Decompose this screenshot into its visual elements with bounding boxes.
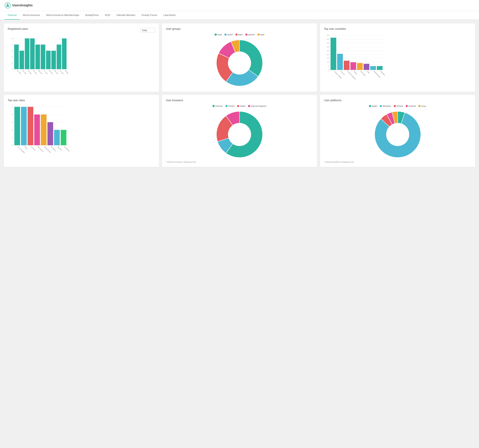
legend-dot-partner — [246, 34, 247, 36]
legend-chrome: Chrome — [213, 105, 223, 107]
legend-label-chrome: Chrome — [215, 105, 223, 107]
registered-users-card: Registered users Daily Weekly Monthly — [4, 23, 159, 92]
legend-label-active: active — [227, 33, 233, 36]
registered-users-header: Registered users Daily Weekly Monthly — [8, 27, 155, 33]
nav-learndash[interactable]: LearnDash — [160, 11, 179, 20]
legend-dot-windows — [380, 105, 382, 107]
legend-label-team: team — [238, 33, 243, 36]
top-countries-card: Top user countries — [320, 23, 475, 92]
browsers-note: * Detected browsers displayed only — [166, 161, 313, 163]
legend-ie: Internet Explorer — [248, 105, 266, 107]
user-platforms-title: User platforms — [324, 99, 471, 102]
legend-apple: Apple — [369, 105, 377, 107]
legend-loyal: loyal — [215, 33, 222, 36]
registered-users-chart — [8, 37, 155, 79]
legend-lead: lead — [258, 33, 264, 36]
header: UsersInsights — [0, 0, 479, 11]
legend-label-firefox: Firefox — [228, 105, 235, 107]
legend-active: active — [225, 33, 233, 36]
legend-windows: Windows — [380, 105, 391, 107]
logo: UsersInsights — [5, 2, 33, 8]
user-browsers-title: User browsers — [166, 99, 313, 102]
legend-linux: Linux — [419, 105, 426, 107]
legend-dot-ie — [248, 105, 250, 107]
nav-ultimate-member[interactable]: Ultimate Member — [113, 11, 139, 20]
legend-label-loyal: loyal — [217, 33, 222, 36]
nav-gravity-forms[interactable]: Gravity Forms — [139, 11, 160, 20]
legend-dot-android — [406, 105, 408, 107]
user-browsers-chart-container: Chrome Firefox Safari Internet Explorer — [166, 105, 313, 159]
top-countries-canvas — [324, 33, 385, 79]
user-browsers-legend: Chrome Firefox Safari Internet Explorer — [213, 105, 266, 107]
user-groups-chart-container: loyal active team partner lead — [166, 33, 313, 88]
user-platforms-chart-container: Apple Windows iPhone Android Linux — [324, 105, 471, 159]
legend-dot-safari — [237, 105, 239, 107]
top-cities-canvas — [8, 105, 69, 155]
legend-label-lead: lead — [260, 33, 264, 36]
logo-icon — [5, 2, 11, 8]
user-groups-title: User groups — [166, 27, 313, 30]
top-cities-card: Top user cities — [4, 95, 159, 167]
legend-label-apple: Apple — [372, 105, 377, 107]
dashboard-content: Registered users Daily Weekly Monthly Us… — [0, 20, 479, 171]
user-groups-card: User groups loyal active team partner — [162, 23, 317, 92]
user-platforms-canvas — [369, 110, 426, 159]
legend-label-ie: Internet Explorer — [251, 105, 266, 107]
legend-dot-team — [235, 34, 237, 36]
legend-android: Android — [406, 105, 416, 107]
user-platforms-legend: Apple Windows iPhone Android Linux — [369, 105, 426, 107]
nav-woocommerce-memberships[interactable]: WooCommerce Memberships — [43, 11, 82, 20]
top-cities-title: Top user cities — [8, 99, 155, 102]
user-groups-legend: loyal active team partner lead — [215, 33, 264, 36]
user-groups-canvas — [211, 38, 268, 88]
legend-dot-linux — [419, 105, 420, 107]
daily-dropdown[interactable]: Daily Weekly Monthly — [140, 28, 155, 33]
legend-dot-chrome — [213, 105, 214, 107]
navigation: General WooCommerce WooCommerce Membersh… — [0, 11, 479, 20]
legend-safari: Safari — [237, 105, 246, 107]
legend-dot-apple — [369, 105, 371, 107]
legend-team: team — [235, 33, 243, 36]
user-browsers-canvas — [211, 110, 268, 159]
legend-label-iphone: iPhone — [397, 105, 403, 107]
legend-label-android: Android — [408, 105, 416, 107]
legend-iphone: iPhone — [394, 105, 403, 107]
legend-dot-firefox — [226, 105, 227, 107]
legend-dot-active — [225, 34, 226, 36]
legend-firefox: Firefox — [226, 105, 235, 107]
logo-text: UsersInsights — [12, 4, 33, 7]
nav-edd[interactable]: EDD — [102, 11, 113, 20]
user-platforms-card: User platforms Apple Windows iPhone Andr… — [320, 95, 475, 167]
platforms-note: * Detected platforms displayed only — [324, 161, 471, 163]
legend-dot-lead — [258, 34, 259, 36]
legend-label-linux: Linux — [421, 105, 426, 107]
registered-users-canvas — [8, 37, 69, 79]
nav-general[interactable]: General — [5, 11, 20, 20]
legend-label-windows: Windows — [383, 105, 391, 107]
legend-partner: partner — [246, 33, 255, 36]
dropdown-wrapper: Daily Weekly Monthly — [140, 28, 155, 33]
legend-dot-iphone — [394, 105, 396, 107]
registered-users-title: Registered users — [8, 27, 28, 30]
user-browsers-card: User browsers Chrome Firefox Safari Inte… — [162, 95, 317, 167]
nav-woocommerce[interactable]: WooCommerce — [20, 11, 43, 20]
legend-label-safari: Safari — [240, 105, 246, 107]
legend-dot-loyal — [215, 34, 217, 36]
nav-buddypress[interactable]: BuddyPress — [82, 11, 102, 20]
legend-label-partner: partner — [248, 33, 255, 36]
top-countries-title: Top user countries — [324, 27, 471, 30]
